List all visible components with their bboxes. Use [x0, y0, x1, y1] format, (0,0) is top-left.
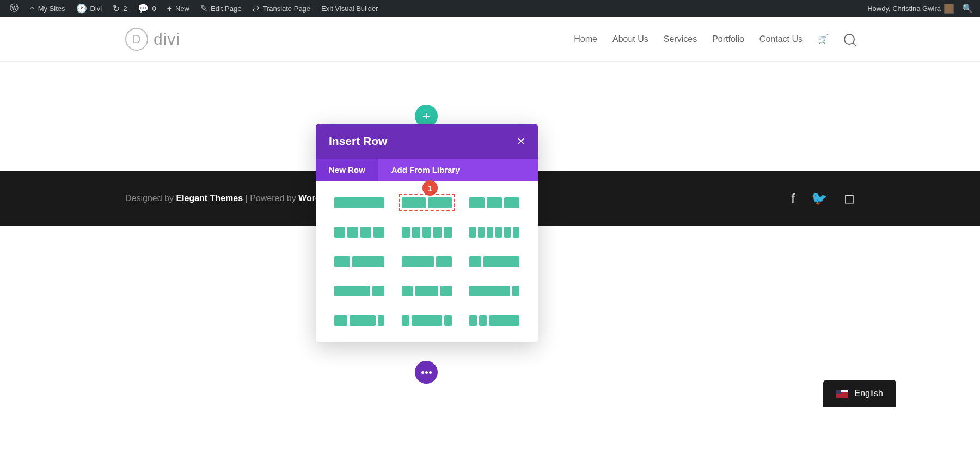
main-navigation: Home About Us Services Portfolio Contact… [574, 34, 855, 45]
facebook-icon[interactable]: f [791, 191, 795, 206]
dots-icon [421, 371, 424, 374]
edit-page[interactable]: ✎Edit Page [195, 0, 247, 17]
comments-count: 0 [152, 4, 156, 13]
layout-3col[interactable] [466, 194, 523, 211]
layout-5col[interactable] [399, 223, 455, 241]
wordpress-icon: ⓦ [10, 3, 19, 14]
theme-link[interactable]: Elegant Themes [176, 193, 243, 203]
updates-count: 2 [123, 4, 127, 13]
site-name[interactable]: 🕐Divi [71, 0, 108, 17]
translate-icon: ⇄ [252, 3, 259, 14]
nav-contact[interactable]: Contact Us [759, 34, 803, 44]
footer-credits: Designed by Elegant Themes | Powered by … [125, 193, 330, 203]
refresh-icon: ↻ [113, 3, 120, 14]
new-content[interactable]: +New [162, 0, 195, 17]
comment-icon: 💬 [138, 3, 149, 14]
tab-add-from-library[interactable]: Add From Library [378, 159, 473, 181]
my-sites[interactable]: ⌂My Sites [24, 0, 71, 17]
language-label: English [855, 389, 883, 398]
logo-text: divi [154, 30, 180, 49]
exit-visual-builder[interactable]: Exit Visual Builder [316, 0, 384, 17]
layout-4col[interactable] [331, 223, 388, 241]
callout-number: 1 [428, 184, 432, 193]
search-icon: 🔍 [962, 3, 973, 14]
user-account[interactable]: Howdy, Christina Gwira [862, 0, 959, 17]
modal-title: Insert Row [329, 135, 387, 148]
nav-portfolio[interactable]: Portfolio [712, 34, 744, 44]
insert-row-modal: Insert Row × New Row Add From Library 1 [316, 124, 538, 342]
builder-settings-button[interactable] [415, 361, 438, 384]
new-label: New [175, 4, 189, 13]
layout-2-1[interactable] [399, 253, 455, 270]
layout-6col[interactable] [466, 223, 523, 241]
dashboard-icon: 🕐 [76, 3, 87, 14]
close-icon[interactable]: × [517, 134, 525, 149]
powered-by-text: | Powered by [243, 193, 298, 203]
edit-page-label: Edit Page [211, 4, 241, 13]
nav-home[interactable]: Home [574, 34, 597, 44]
exit-builder-label: Exit Visual Builder [321, 4, 378, 13]
home-icon: ⌂ [29, 4, 35, 14]
social-links: f 🐦 ◻ [791, 191, 855, 206]
site-header: D divi Home About Us Services Portfolio … [0, 17, 980, 62]
tab-new-row[interactable]: New Row [316, 159, 378, 181]
layout-1-2-1[interactable] [399, 282, 455, 300]
comments[interactable]: 💬0 [132, 0, 161, 17]
howdy-label: Howdy, Christina Gwira [867, 4, 941, 13]
pencil-icon: ✎ [200, 3, 207, 14]
layout-2col[interactable] [399, 194, 455, 211]
admin-search[interactable]: 🔍 [959, 0, 976, 17]
plus-icon: + [422, 108, 430, 124]
site-name-label: Divi [90, 4, 102, 13]
modal-header: Insert Row × [316, 124, 538, 159]
translate-page[interactable]: ⇄Translate Page [247, 0, 316, 17]
layout-05-05-2[interactable] [466, 312, 523, 329]
plus-icon: + [167, 4, 172, 14]
nav-about[interactable]: About Us [612, 34, 648, 44]
wp-logo[interactable]: ⓦ [4, 0, 24, 17]
updates[interactable]: ↻2 [107, 0, 132, 17]
us-flag-icon [836, 390, 848, 398]
avatar [944, 4, 954, 14]
layout-05-1-05[interactable] [399, 312, 455, 329]
instagram-icon[interactable]: ◻ [844, 191, 855, 206]
layout-3-1[interactable] [331, 282, 388, 300]
nav-services[interactable]: Services [664, 34, 697, 44]
cart-icon[interactable]: 🛒 [818, 34, 829, 44]
language-switcher[interactable]: English [823, 380, 896, 407]
header-search-icon[interactable] [844, 34, 855, 45]
logo-icon: D [125, 28, 148, 51]
translate-page-label: Translate Page [262, 4, 310, 13]
modal-tabs: New Row Add From Library 1 [316, 159, 538, 181]
site-logo[interactable]: D divi [125, 28, 180, 51]
layout-2-1s[interactable] [466, 282, 523, 300]
step-callout: 1 [422, 180, 438, 196]
twitter-icon[interactable]: 🐦 [811, 191, 828, 206]
layout-1-1-05[interactable] [331, 312, 388, 329]
designed-by-text: Designed by [125, 193, 176, 203]
layout-1-2[interactable] [331, 253, 388, 270]
layout-1col[interactable] [331, 194, 388, 211]
row-layouts-grid [316, 181, 538, 342]
layout-1-3[interactable] [466, 253, 523, 270]
my-sites-label: My Sites [38, 4, 65, 13]
admin-bar: ⓦ ⌂My Sites 🕐Divi ↻2 💬0 +New ✎Edit Page … [0, 0, 980, 17]
